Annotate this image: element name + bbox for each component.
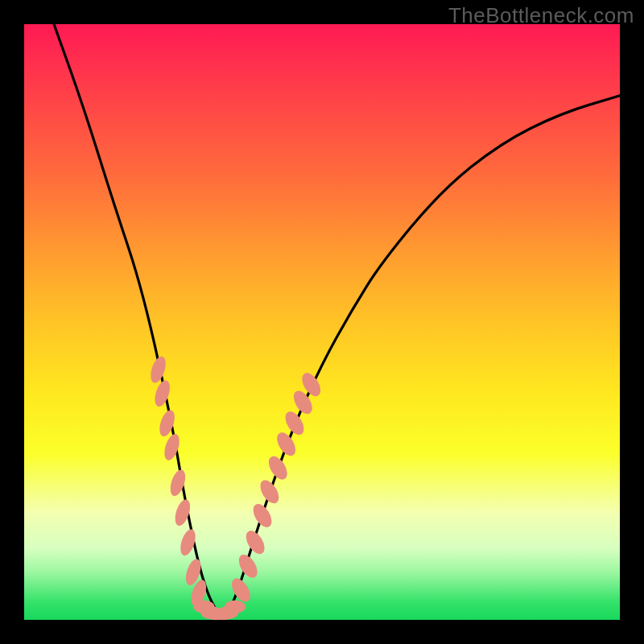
watermark-text: TheBottleneck.com xyxy=(448,3,634,28)
chart-svg xyxy=(24,24,620,620)
bottleneck-curve-path xyxy=(54,24,620,615)
curve-dots xyxy=(148,355,324,620)
plot-area xyxy=(24,24,620,620)
curve-dot xyxy=(250,501,275,530)
bottleneck-curve xyxy=(54,24,620,615)
curve-dot xyxy=(162,432,183,462)
curve-dot xyxy=(152,378,173,408)
curve-dot xyxy=(148,355,169,385)
chart-frame: TheBottleneck.com xyxy=(0,0,644,644)
curve-dot xyxy=(225,601,246,613)
curve-dot xyxy=(257,477,283,507)
curve-dot xyxy=(265,453,291,483)
